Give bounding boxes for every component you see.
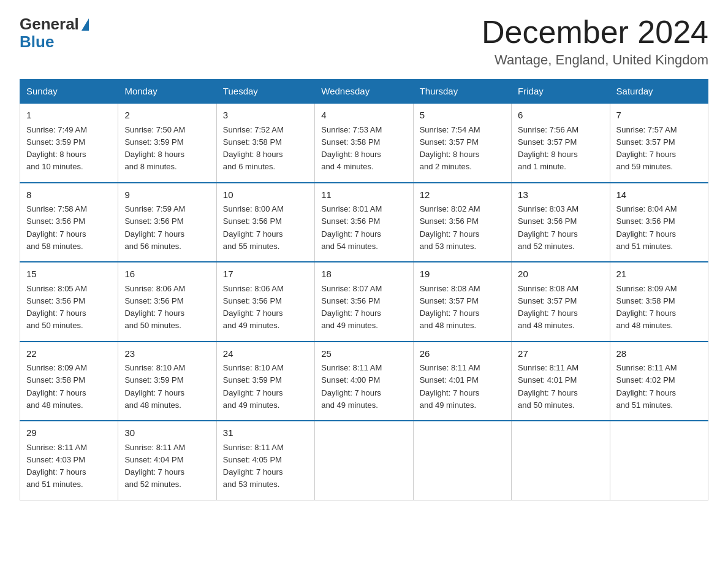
day-cell: 7Sunrise: 7:57 AM Sunset: 3:57 PM Daylig… <box>610 103 708 183</box>
day-info: Sunrise: 8:11 AM Sunset: 4:05 PM Dayligh… <box>223 443 284 489</box>
day-cell: 17Sunrise: 8:06 AM Sunset: 3:56 PM Dayli… <box>216 262 314 342</box>
day-number: 29 <box>26 426 112 440</box>
logo: General Blue <box>20 15 89 52</box>
day-number: 15 <box>26 267 112 282</box>
day-number: 31 <box>223 426 308 440</box>
month-title: December 2024 <box>482 15 708 50</box>
day-cell: 10Sunrise: 8:00 AM Sunset: 3:56 PM Dayli… <box>216 183 314 262</box>
week-row-1: 1Sunrise: 7:49 AM Sunset: 3:59 PM Daylig… <box>20 103 708 183</box>
day-number: 26 <box>420 347 505 361</box>
day-info: Sunrise: 8:02 AM Sunset: 3:56 PM Dayligh… <box>420 204 480 251</box>
day-cell: 21Sunrise: 8:09 AM Sunset: 3:58 PM Dayli… <box>610 262 708 342</box>
week-row-5: 29Sunrise: 8:11 AM Sunset: 4:03 PM Dayli… <box>20 421 708 500</box>
day-cell: 26Sunrise: 8:11 AM Sunset: 4:01 PM Dayli… <box>413 342 511 421</box>
day-cell: 23Sunrise: 8:10 AM Sunset: 3:59 PM Dayli… <box>118 342 216 421</box>
header-row: SundayMondayTuesdayWednesdayThursdayFrid… <box>20 80 708 104</box>
day-cell: 28Sunrise: 8:11 AM Sunset: 4:02 PM Dayli… <box>610 342 708 421</box>
day-cell: 27Sunrise: 8:11 AM Sunset: 4:01 PM Dayli… <box>512 342 610 421</box>
day-cell: 15Sunrise: 8:05 AM Sunset: 3:56 PM Dayli… <box>20 262 118 342</box>
day-number: 27 <box>518 347 603 361</box>
day-info: Sunrise: 8:08 AM Sunset: 3:57 PM Dayligh… <box>420 284 480 331</box>
day-info: Sunrise: 8:04 AM Sunset: 3:56 PM Dayligh… <box>616 204 677 251</box>
day-cell: 6Sunrise: 7:56 AM Sunset: 3:57 PM Daylig… <box>512 103 610 183</box>
week-row-3: 15Sunrise: 8:05 AM Sunset: 3:56 PM Dayli… <box>20 262 708 342</box>
title-block: December 2024 Wantage, England, United K… <box>482 15 708 68</box>
column-header-tuesday: Tuesday <box>216 80 314 104</box>
day-cell: 14Sunrise: 8:04 AM Sunset: 3:56 PM Dayli… <box>610 183 708 262</box>
day-number: 25 <box>321 347 406 361</box>
day-info: Sunrise: 7:58 AM Sunset: 3:56 PM Dayligh… <box>26 204 87 251</box>
day-info: Sunrise: 7:59 AM Sunset: 3:56 PM Dayligh… <box>124 204 185 251</box>
day-info: Sunrise: 7:52 AM Sunset: 3:58 PM Dayligh… <box>223 125 284 172</box>
day-cell <box>315 421 413 500</box>
day-info: Sunrise: 7:57 AM Sunset: 3:57 PM Dayligh… <box>616 125 677 172</box>
day-number: 10 <box>223 188 308 202</box>
column-header-thursday: Thursday <box>413 80 511 104</box>
day-info: Sunrise: 8:07 AM Sunset: 3:56 PM Dayligh… <box>321 284 382 331</box>
day-info: Sunrise: 8:01 AM Sunset: 3:56 PM Dayligh… <box>321 204 382 251</box>
day-cell: 25Sunrise: 8:11 AM Sunset: 4:00 PM Dayli… <box>315 342 413 421</box>
day-number: 19 <box>420 267 505 282</box>
day-number: 23 <box>124 347 210 361</box>
day-info: Sunrise: 8:08 AM Sunset: 3:57 PM Dayligh… <box>518 284 578 331</box>
day-cell: 22Sunrise: 8:09 AM Sunset: 3:58 PM Dayli… <box>20 342 118 421</box>
day-cell: 5Sunrise: 7:54 AM Sunset: 3:57 PM Daylig… <box>413 103 511 183</box>
day-number: 16 <box>124 267 210 282</box>
day-number: 6 <box>518 109 603 123</box>
day-number: 22 <box>26 347 112 361</box>
day-info: Sunrise: 7:54 AM Sunset: 3:57 PM Dayligh… <box>420 125 480 172</box>
week-row-2: 8Sunrise: 7:58 AM Sunset: 3:56 PM Daylig… <box>20 183 708 262</box>
day-info: Sunrise: 8:03 AM Sunset: 3:56 PM Dayligh… <box>518 204 578 251</box>
day-number: 13 <box>518 188 603 202</box>
day-info: Sunrise: 7:53 AM Sunset: 3:58 PM Dayligh… <box>321 125 382 172</box>
day-info: Sunrise: 8:10 AM Sunset: 3:59 PM Dayligh… <box>124 363 185 410</box>
day-cell: 1Sunrise: 7:49 AM Sunset: 3:59 PM Daylig… <box>20 103 118 183</box>
day-number: 20 <box>518 267 603 282</box>
day-number: 21 <box>616 267 702 282</box>
day-info: Sunrise: 8:11 AM Sunset: 4:01 PM Dayligh… <box>420 363 480 410</box>
day-cell: 18Sunrise: 8:07 AM Sunset: 3:56 PM Dayli… <box>315 262 413 342</box>
day-cell <box>413 421 511 500</box>
page-header: General Blue December 2024 Wantage, Engl… <box>20 15 708 68</box>
day-info: Sunrise: 8:00 AM Sunset: 3:56 PM Dayligh… <box>223 204 284 251</box>
day-number: 9 <box>124 188 210 202</box>
day-info: Sunrise: 8:10 AM Sunset: 3:59 PM Dayligh… <box>223 363 284 410</box>
logo-triangle-icon <box>82 18 89 31</box>
day-info: Sunrise: 7:56 AM Sunset: 3:57 PM Dayligh… <box>518 125 578 172</box>
day-number: 18 <box>321 267 406 282</box>
day-number: 17 <box>223 267 308 282</box>
day-cell <box>610 421 708 500</box>
location: Wantage, England, United Kingdom <box>482 52 708 68</box>
day-info: Sunrise: 8:05 AM Sunset: 3:56 PM Dayligh… <box>26 284 87 331</box>
day-number: 1 <box>26 109 112 123</box>
day-number: 5 <box>420 109 505 123</box>
day-info: Sunrise: 8:06 AM Sunset: 3:56 PM Dayligh… <box>223 284 284 331</box>
day-info: Sunrise: 8:11 AM Sunset: 4:01 PM Dayligh… <box>518 363 578 410</box>
day-cell: 11Sunrise: 8:01 AM Sunset: 3:56 PM Dayli… <box>315 183 413 262</box>
day-number: 11 <box>321 188 406 202</box>
day-cell: 31Sunrise: 8:11 AM Sunset: 4:05 PM Dayli… <box>216 421 314 500</box>
week-row-4: 22Sunrise: 8:09 AM Sunset: 3:58 PM Dayli… <box>20 342 708 421</box>
day-info: Sunrise: 7:50 AM Sunset: 3:59 PM Dayligh… <box>124 125 185 172</box>
day-info: Sunrise: 8:09 AM Sunset: 3:58 PM Dayligh… <box>616 284 677 331</box>
day-cell: 13Sunrise: 8:03 AM Sunset: 3:56 PM Dayli… <box>512 183 610 262</box>
day-number: 4 <box>321 109 406 123</box>
column-header-saturday: Saturday <box>610 80 708 104</box>
day-cell: 9Sunrise: 7:59 AM Sunset: 3:56 PM Daylig… <box>118 183 216 262</box>
logo-blue-text: Blue <box>20 33 54 52</box>
calendar-table: SundayMondayTuesdayWednesdayThursdayFrid… <box>20 79 708 500</box>
day-info: Sunrise: 8:11 AM Sunset: 4:03 PM Dayligh… <box>26 443 87 489</box>
day-number: 24 <box>223 347 308 361</box>
day-info: Sunrise: 8:06 AM Sunset: 3:56 PM Dayligh… <box>124 284 185 331</box>
column-header-monday: Monday <box>118 80 216 104</box>
day-number: 7 <box>616 109 702 123</box>
day-info: Sunrise: 8:11 AM Sunset: 4:02 PM Dayligh… <box>616 363 677 410</box>
day-cell: 8Sunrise: 7:58 AM Sunset: 3:56 PM Daylig… <box>20 183 118 262</box>
day-number: 12 <box>420 188 505 202</box>
day-number: 8 <box>26 188 112 202</box>
day-cell: 19Sunrise: 8:08 AM Sunset: 3:57 PM Dayli… <box>413 262 511 342</box>
day-info: Sunrise: 8:11 AM Sunset: 4:00 PM Dayligh… <box>321 363 382 410</box>
column-header-sunday: Sunday <box>20 80 118 104</box>
day-cell: 12Sunrise: 8:02 AM Sunset: 3:56 PM Dayli… <box>413 183 511 262</box>
day-cell: 3Sunrise: 7:52 AM Sunset: 3:58 PM Daylig… <box>216 103 314 183</box>
